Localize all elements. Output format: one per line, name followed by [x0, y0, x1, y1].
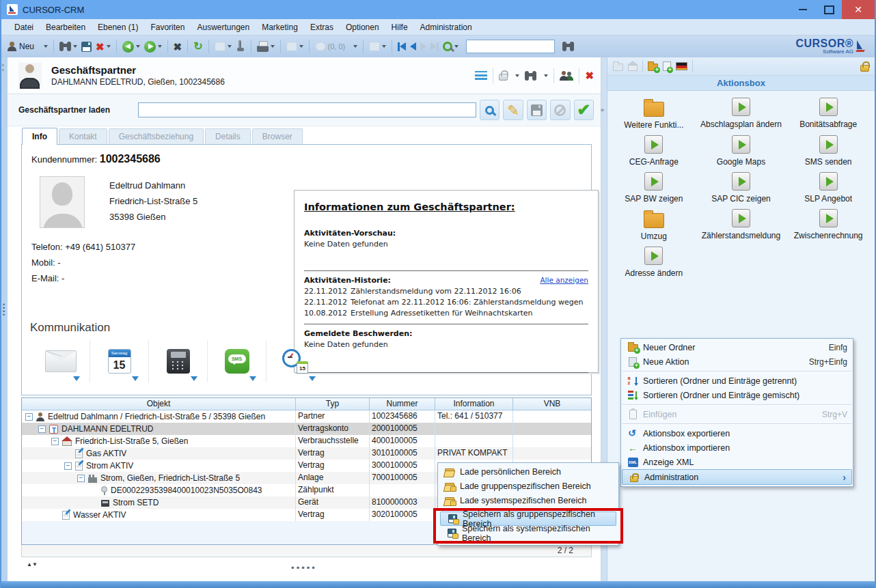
table-row[interactable]: Gas AKTIVVertrag3010100005PRIVAT KOMPAKT: [22, 447, 591, 460]
quick-search-input[interactable]: [466, 40, 555, 53]
dropdown-arrow-icon[interactable]: [136, 45, 140, 48]
menu-marketing[interactable]: Marketing: [256, 20, 304, 34]
nav-next-button[interactable]: [418, 41, 428, 52]
refresh-button[interactable]: ↻: [191, 40, 204, 53]
expand-toggle-icon[interactable]: −: [64, 462, 72, 470]
col-header-objekt[interactable]: Objekt: [22, 398, 296, 410]
menu-ebenen-1[interactable]: Ebenen (1): [92, 20, 144, 34]
back-button[interactable]: [120, 40, 142, 54]
phone-button[interactable]: [149, 340, 208, 382]
action-umzug[interactable]: Umzug: [610, 206, 698, 241]
menu-item-aktionsbox-exportieren[interactable]: Aktionsbox exportieren: [621, 426, 853, 440]
scheduler-button[interactable]: 15: [266, 340, 325, 382]
action-adresse-ändern[interactable]: Adresse ändern: [610, 244, 698, 278]
menu-favoriten[interactable]: Favoriten: [144, 20, 191, 34]
dropdown-arrow-icon[interactable]: [44, 45, 48, 48]
dropdown-arrow-icon[interactable]: [73, 376, 80, 381]
dropdown-arrow-icon[interactable]: [73, 45, 77, 48]
nav-first-button[interactable]: [396, 41, 408, 53]
action-abschlagsplan-ändern[interactable]: Abschlagsplan ändern: [698, 95, 785, 130]
dropdown-arrow-icon[interactable]: [544, 74, 548, 77]
dropdown-arrow-icon[interactable]: [454, 45, 458, 48]
dropdown-arrow-icon[interactable]: [132, 376, 139, 381]
table-row[interactable]: −Edeltrud Dahlmann / Friedrich-List-Stra…: [22, 410, 591, 423]
people-icon[interactable]: [560, 71, 573, 81]
menu-bearbeiten[interactable]: Bearbeiten: [40, 20, 92, 34]
nav-last-button[interactable]: [428, 41, 441, 53]
action-sms-senden[interactable]: SMS senden: [784, 132, 872, 167]
action-ceg-anfrage[interactable]: CEG-Anfrage: [610, 132, 698, 167]
tab-details[interactable]: Details: [205, 128, 251, 144]
search-button[interactable]: [57, 40, 79, 53]
dropdown-arrow-icon[interactable]: [353, 45, 357, 48]
sms-button[interactable]: SMS: [208, 340, 266, 382]
menu-auswertungen[interactable]: Auswertungen: [191, 20, 256, 34]
dropdown-arrow-icon[interactable]: [228, 45, 232, 48]
table-row[interactable]: −DAHLMANN EDELTRUDVertragskonto200010000…: [22, 423, 591, 435]
save-button[interactable]: [79, 40, 94, 53]
admin-lock-icon[interactable]: [860, 65, 869, 72]
email-button[interactable]: [31, 340, 90, 382]
splitter-dots-icon[interactable]: ••••: [3, 303, 5, 317]
col-header-information[interactable]: Information: [435, 398, 513, 410]
close-entity-button[interactable]: ✖: [585, 70, 594, 81]
person-search-button[interactable]: [441, 40, 461, 53]
submenu-item-speichern-als-systemspezifischen-bereich[interactable]: Speichern als systemspezifischen Bereich: [440, 526, 616, 540]
tab-info[interactable]: Info: [22, 128, 57, 145]
submenu-item-lade-systemspezifischen-bereich[interactable]: Lade systemspezifischen Bereich: [438, 493, 618, 507]
action-slp-angebot[interactable]: SLP Angebot: [784, 169, 872, 204]
confirm-button[interactable]: ✔: [574, 100, 594, 120]
action-sap-bw-zeigen[interactable]: SAP BW zeigen: [610, 169, 698, 204]
search-lookup-button[interactable]: [480, 100, 499, 120]
bottom-splitter[interactable]: ▲▼ •••••: [8, 557, 601, 581]
tab-browser[interactable]: Browser: [252, 128, 303, 144]
expand-toggle-icon[interactable]: −: [38, 425, 46, 433]
image-button[interactable]: [284, 40, 305, 53]
action-weitere-funkti[interactable]: Weitere Funkti...: [610, 95, 698, 130]
expand-toggle-icon[interactable]: −: [51, 438, 59, 445]
dropdown-arrow-icon[interactable]: [249, 376, 256, 381]
dropdown-arrow-icon[interactable]: [191, 376, 197, 381]
forward-button[interactable]: [142, 40, 164, 54]
home-icon[interactable]: [628, 65, 638, 71]
german-flag-icon[interactable]: [676, 62, 687, 70]
expand-toggle-icon[interactable]: −: [25, 413, 33, 421]
dropdown-arrow-icon[interactable]: [107, 45, 111, 48]
print-button[interactable]: [255, 40, 277, 53]
menu-administration[interactable]: Administration: [414, 20, 478, 34]
edit-button[interactable]: ✎: [503, 100, 523, 120]
menu-item-sortieren-ordner-und-einträge-gemischt[interactable]: Sortieren (Ordner und Einträge gemischt): [621, 388, 853, 402]
new-record-button[interactable]: Neu: [5, 40, 50, 53]
menu-item-sortieren-ordner-und-einträge-getrennt[interactable]: Sortieren (Ordner und Einträge getrennt): [621, 374, 853, 388]
action-bonitätsabfrage[interactable]: Bonitätsabfrage: [784, 95, 872, 130]
submenu-item-lade-persönlichen-bereich[interactable]: Lade persönlichen Bereich: [438, 464, 618, 479]
splitter-dots-icon[interactable]: •••••: [291, 563, 317, 573]
action-zwischenrechnung[interactable]: Zwischenrechnung: [784, 206, 872, 241]
dropdown-arrow-icon[interactable]: [382, 45, 386, 48]
col-header-typ[interactable]: Typ: [296, 398, 370, 410]
menu-datei[interactable]: Datei: [8, 20, 40, 34]
expand-toggle-icon[interactable]: −: [77, 475, 85, 482]
menu-item-anzeige-xml[interactable]: Anzeige XML: [621, 455, 853, 469]
new-action-icon[interactable]: [663, 61, 671, 71]
clipboard-counter-button[interactable]: (0, 0): [313, 40, 360, 53]
dropdown-arrow-icon[interactable]: [309, 376, 316, 381]
col-header-vnb[interactable]: VNB: [513, 398, 591, 410]
menu-item-neuer-ordner[interactable]: Neuer OrdnerEinfg: [621, 340, 853, 354]
menu-item-administration[interactable]: Administration›: [622, 469, 852, 485]
action-google-maps[interactable]: Google Maps: [698, 132, 785, 167]
binoculars-icon[interactable]: [525, 71, 536, 81]
dropdown-arrow-icon[interactable]: [299, 45, 303, 48]
new-folder-icon[interactable]: [648, 64, 658, 71]
close-button[interactable]: ✕: [842, 0, 875, 19]
lock-icon[interactable]: [499, 74, 508, 81]
alle-anzeigen-link[interactable]: Alle anzeigen: [540, 276, 588, 284]
find-button[interactable]: [560, 40, 576, 53]
maximize-button[interactable]: [816, 0, 842, 19]
discard-button[interactable]: [550, 100, 570, 120]
splitter-arrows-icon[interactable]: ▲▼: [27, 561, 38, 568]
dropdown-arrow-icon[interactable]: [158, 45, 162, 48]
left-collapse-strip[interactable]: ‹› ••••: [1, 57, 8, 581]
menu-extras[interactable]: Extras: [304, 20, 340, 34]
tools-button[interactable]: [234, 40, 247, 53]
